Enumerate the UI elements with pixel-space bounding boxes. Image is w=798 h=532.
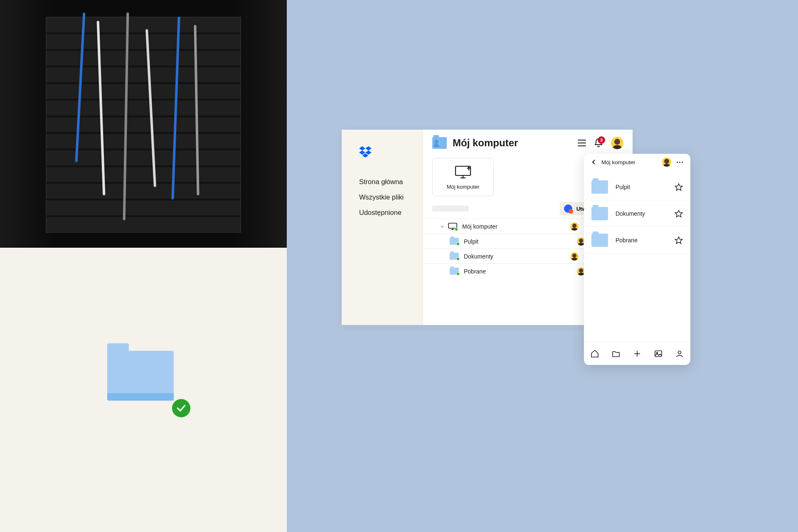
svg-rect-13 [655,351,662,357]
folder-icon [450,238,459,245]
sync-status-icon [456,257,460,261]
tab-files[interactable] [611,349,621,359]
synced-folder-illustration [107,342,186,413]
nav-all-files[interactable]: Wszystkie pliki [359,193,423,201]
row-name: Dokumenty [464,253,493,260]
folder-icon [450,253,459,260]
row-name: Pobrane [616,237,638,244]
mobile-row[interactable]: Pulpit [584,174,690,200]
owner-avatar [570,252,579,261]
main-header: Mój komputer 3 [423,130,633,156]
notifications-button[interactable]: 3 [594,138,603,148]
skeleton-placeholder [432,206,469,212]
server-rack-photo [0,0,287,248]
mobile-header: Mój komputer [584,154,690,170]
card-label: Mój komputer [447,184,480,190]
star-button[interactable] [675,183,683,191]
mobile-title: Mój komputer [601,159,635,165]
star-button[interactable] [675,209,683,218]
page-title: Mój komputer [453,137,518,149]
my-computer-card[interactable]: Mój komputer [432,158,494,196]
svg-point-15 [678,351,681,354]
folder-icon [591,207,608,220]
folder-icon [450,268,459,275]
owner-avatar [570,222,579,231]
notification-badge: 3 [598,136,605,144]
user-avatar[interactable] [611,137,623,149]
row-name: Pulpit [616,184,630,190]
folder-icon [591,234,608,247]
mobile-row[interactable]: Pobrane [584,227,690,254]
mobile-tabbar [584,342,690,365]
row-name: Mój komputer [462,223,498,230]
mobile-row[interactable]: Dokumenty [584,200,690,227]
star-button[interactable] [675,236,683,244]
sync-status-icon [456,242,460,246]
more-button[interactable] [675,158,684,166]
check-icon [172,399,190,417]
tab-home[interactable] [590,349,600,359]
sidebar: Strona główna Wszystkie pliki Udostępnio… [342,130,423,325]
folder-shared-icon [432,137,447,149]
sync-status-icon [455,228,458,231]
nav-shared[interactable]: Udostępnione [359,209,423,217]
svg-rect-8 [448,223,457,228]
tab-account[interactable] [675,349,685,359]
nav-home[interactable]: Strona główna [359,178,423,186]
dropbox-logo-icon[interactable] [359,145,372,158]
tab-photos[interactable] [653,349,663,359]
row-name: Pulpit [464,238,478,245]
dropbox-mobile-panel: Mój komputer Pulpit Dokumenty Pobrane [584,154,690,365]
svg-marker-1 [365,146,372,150]
sync-status-icon [456,272,460,276]
folder-icon [591,180,608,194]
row-name: Pobrane [464,268,486,275]
tab-add[interactable] [632,349,642,359]
svg-marker-0 [359,146,365,150]
hamburger-icon[interactable] [578,140,586,146]
back-button[interactable] [591,159,597,165]
user-avatar[interactable] [662,158,671,167]
chevron-down-icon [440,224,445,229]
create-orb-icon [564,204,572,213]
mobile-list: Pulpit Dokumenty Pobrane [584,170,690,342]
row-name: Dokumenty [616,210,645,217]
computer-icon [448,223,457,230]
